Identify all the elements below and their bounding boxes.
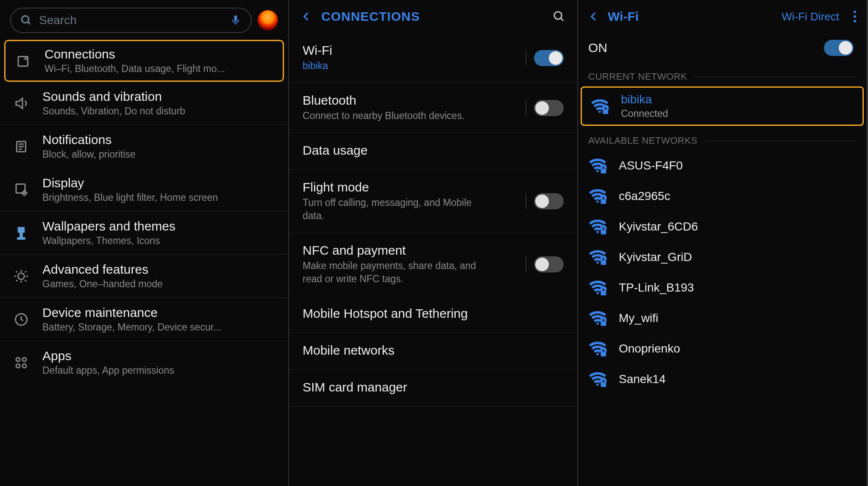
wifi-signal-icon bbox=[588, 278, 607, 297]
network-name: Kyivstar_GriD bbox=[619, 250, 856, 264]
settings-sub: Brightness, Blue light filter, Home scre… bbox=[42, 192, 276, 203]
settings-item-sounds[interactable]: Sounds and vibration Sounds, Vibration, … bbox=[0, 82, 288, 125]
available-network-item[interactable]: Kyivstar_GriD bbox=[578, 242, 866, 272]
network-name: Onoprienko bbox=[619, 342, 856, 355]
connection-title: Bluetooth bbox=[303, 93, 518, 108]
svg-rect-32 bbox=[601, 230, 606, 234]
settings-sub: Games, One–handed mode bbox=[42, 278, 276, 290]
connection-title: Mobile networks bbox=[303, 343, 564, 358]
wifi-signal-icon bbox=[588, 187, 607, 206]
available-network-item[interactable]: TP-Link_B193 bbox=[578, 272, 866, 303]
network-name: bibika bbox=[621, 93, 854, 106]
connections-header: CONNECTIONS bbox=[289, 0, 577, 33]
sound-icon bbox=[12, 94, 31, 113]
search-icon bbox=[20, 14, 32, 26]
settings-item-display[interactable]: Display Brightness, Blue light filter, H… bbox=[0, 168, 288, 211]
connection-item[interactable]: Mobile networks bbox=[289, 333, 577, 370]
settings-sub: Battery, Storage, Memory, Device secur..… bbox=[42, 322, 276, 333]
divider bbox=[526, 100, 526, 116]
available-network-item[interactable]: Onoprienko bbox=[578, 333, 866, 364]
back-icon[interactable] bbox=[301, 11, 312, 22]
wifi-signal-icon bbox=[588, 309, 607, 328]
current-network-label: CURRENT NETWORK bbox=[578, 65, 866, 86]
network-name: Sanek14 bbox=[619, 372, 856, 386]
svg-rect-40 bbox=[601, 352, 606, 356]
available-network-item[interactable]: ASUS-F4F0 bbox=[578, 150, 866, 181]
connection-item[interactable]: SIM card manager bbox=[289, 370, 577, 407]
svg-point-39 bbox=[596, 353, 599, 355]
connections-icon bbox=[14, 52, 33, 70]
svg-point-37 bbox=[596, 322, 599, 325]
settings-title: Apps bbox=[42, 349, 276, 363]
settings-title: Notifications bbox=[42, 133, 276, 147]
wifi-signal-icon bbox=[588, 217, 607, 236]
settings-sub: Sounds, Vibration, Do not disturb bbox=[42, 106, 276, 117]
available-network-item[interactable]: Sanek14 bbox=[578, 364, 866, 394]
network-name: ASUS-F4F0 bbox=[619, 159, 856, 172]
network-name: My_wifi bbox=[619, 311, 856, 325]
available-network-item[interactable]: c6a2965c bbox=[578, 181, 866, 211]
connection-item[interactable]: Wi-Fibibika bbox=[289, 33, 577, 83]
settings-item-connections[interactable]: Connections Wi–Fi, Bluetooth, Data usage… bbox=[4, 40, 284, 82]
svg-line-24 bbox=[561, 18, 563, 21]
search-input[interactable]: Search bbox=[10, 8, 252, 33]
network-name: Kyivstar_6CD6 bbox=[619, 220, 856, 233]
back-icon[interactable] bbox=[588, 11, 599, 22]
toggle-switch[interactable] bbox=[534, 100, 564, 116]
connection-item[interactable]: Mobile Hotspot and Tethering bbox=[289, 296, 577, 333]
connections-list: Wi-FibibikaBluetoothConnect to nearby Bl… bbox=[289, 33, 577, 407]
settings-title: Wallpapers and themes bbox=[42, 219, 276, 233]
settings-item-advanced[interactable]: Advanced features Games, One–handed mode bbox=[0, 255, 288, 298]
settings-sub: Wi–Fi, Bluetooth, Data usage, Flight mo.… bbox=[45, 63, 274, 75]
search-icon[interactable] bbox=[553, 10, 565, 23]
toggle-switch[interactable] bbox=[534, 193, 564, 209]
display-icon bbox=[12, 181, 31, 199]
divider bbox=[526, 257, 526, 272]
connection-title: Data usage bbox=[303, 143, 564, 158]
settings-item-apps[interactable]: Apps Default apps, App permissions bbox=[0, 341, 288, 384]
toggle-switch[interactable] bbox=[534, 256, 564, 272]
divider bbox=[526, 50, 526, 66]
svg-point-35 bbox=[596, 292, 599, 294]
svg-point-41 bbox=[596, 383, 599, 386]
settings-sub: Default apps, App permissions bbox=[42, 365, 276, 376]
connection-item[interactable]: Data usage bbox=[289, 133, 577, 170]
settings-item-device-maintenance[interactable]: Device maintenance Battery, Storage, Mem… bbox=[0, 298, 288, 341]
connection-title: NFC and payment bbox=[303, 243, 518, 258]
panel-settings: Search Connections Wi–Fi, Bluetooth, Dat… bbox=[0, 0, 289, 486]
svg-point-20 bbox=[22, 358, 26, 361]
network-status: Connected bbox=[621, 108, 854, 119]
settings-item-notifications[interactable]: Notifications Block, allow, prioritise bbox=[0, 125, 288, 168]
svg-rect-34 bbox=[601, 260, 606, 265]
toggle-switch[interactable] bbox=[534, 50, 564, 66]
wifi-master-toggle[interactable] bbox=[824, 40, 854, 56]
connection-item[interactable]: NFC and paymentMake mobile payments, sha… bbox=[289, 233, 577, 296]
connection-sub: Turn off calling, messaging, and Mobile … bbox=[303, 196, 489, 222]
on-label: ON bbox=[588, 41, 824, 55]
svg-point-21 bbox=[16, 364, 20, 368]
svg-rect-36 bbox=[601, 291, 606, 295]
connection-item[interactable]: Flight modeTurn off calling, messaging, … bbox=[289, 170, 577, 233]
settings-item-wallpapers[interactable]: Wallpapers and themes Wallpapers, Themes… bbox=[0, 211, 288, 255]
current-network-item[interactable]: bibika Connected bbox=[581, 86, 864, 126]
apps-icon bbox=[12, 353, 31, 372]
available-network-item[interactable]: Kyivstar_6CD6 bbox=[578, 211, 866, 242]
wifi-on-row: ON bbox=[578, 33, 866, 65]
wifi-signal-icon bbox=[590, 97, 609, 116]
profile-avatar[interactable] bbox=[258, 10, 278, 31]
wallpapers-icon bbox=[12, 224, 31, 242]
svg-rect-30 bbox=[601, 199, 606, 204]
connection-item[interactable]: BluetoothConnect to nearby Bluetooth dev… bbox=[289, 83, 577, 133]
connection-sub: Make mobile payments, share data, and re… bbox=[303, 259, 489, 286]
notifications-icon bbox=[12, 137, 31, 156]
connection-title: Mobile Hotspot and Tethering bbox=[303, 306, 564, 321]
header-title: CONNECTIONS bbox=[321, 9, 543, 24]
svg-rect-16 bbox=[17, 237, 25, 239]
more-icon[interactable] bbox=[854, 11, 856, 22]
available-networks-list: ASUS-F4F0 c6a2965c Kyivstar_6CD6 Kyivsta… bbox=[578, 150, 866, 394]
available-networks-label: AVAILABLE NETWORKS bbox=[578, 129, 866, 150]
wifi-direct-button[interactable]: Wi-Fi Direct bbox=[782, 10, 839, 23]
available-network-item[interactable]: My_wifi bbox=[578, 303, 866, 333]
mic-icon[interactable] bbox=[230, 14, 242, 26]
svg-line-1 bbox=[28, 22, 31, 25]
